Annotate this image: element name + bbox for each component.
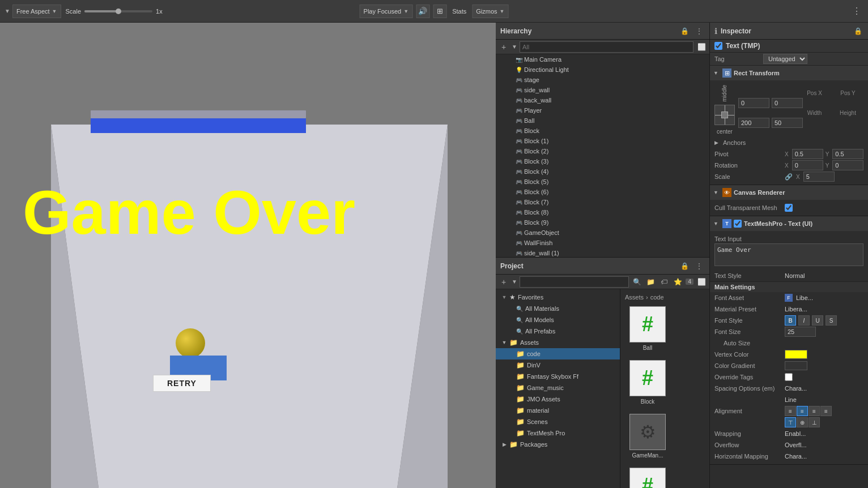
hier-item-dir-light[interactable]: 💡 Directional Light [496,65,709,75]
hierarchy-menu-btn[interactable]: ⋮ [693,25,705,37]
tmp-underline-btn[interactable]: U [812,315,823,326]
tmp-valign-bottom-btn[interactable]: ⊥ [809,417,820,427]
tree-assets[interactable]: ▼ 📁 Assets [496,337,620,348]
project-lock-btn[interactable]: 🔒 [679,260,690,272]
tree-scenes[interactable]: 📁 Scenes [496,416,620,427]
tmp-override-tags-checkbox[interactable] [785,373,793,381]
hier-item-sidewall1[interactable]: 🎮 side_wall (1) [496,248,709,257]
tmp-align-center-btn[interactable]: ≡ [797,406,808,416]
tmp-gradient-swatch[interactable] [785,361,807,370]
hier-item-ball[interactable]: 🎮 Ball [496,115,709,126]
hier-item-gameobject[interactable]: 🎮 GameObject [496,228,709,238]
tree-code[interactable]: 📁 code [496,348,620,359]
tree-all-models[interactable]: 🔍 All Models [496,314,620,326]
rt-rot-y-field[interactable] [832,160,863,170]
obj-enabled-checkbox[interactable] [714,42,722,50]
project-label-icon-btn[interactable]: 🏷 [658,276,670,288]
scale-slider[interactable] [84,10,152,12]
play-focused-dropdown[interactable]: Play Focused ▼ [360,5,413,18]
hierarchy-add-btn[interactable]: + [498,41,509,53]
hier-item-block9[interactable]: 🎮 Block (9) [496,217,709,228]
tree-dinv[interactable]: 📁 DinV [496,359,620,371]
tmp-text-field[interactable]: Game Over [714,243,863,266]
hier-item-block2[interactable]: 🎮 Block (2) [496,146,709,156]
hier-item-back-wall[interactable]: 🎮 back_wall [496,95,709,105]
rt-height-field[interactable] [772,118,803,128]
tmp-align-justify-btn[interactable]: ≡ [820,406,832,416]
hier-item-side-wall[interactable]: 🎮 side_wall [496,85,709,95]
hier-item-block4[interactable]: 🎮 Block (4) [496,166,709,177]
project-folder-icon-btn[interactable]: 📁 [645,276,656,288]
tree-dinv-label: DinV [527,362,541,369]
tree-packages[interactable]: ▶ 📁 Packages [496,439,620,450]
tmp-header[interactable]: ▼ T TextMeshPro - Text (UI) [710,216,868,231]
rect-transform-header[interactable]: ▼ ⊞ Rect Transform [710,66,868,80]
hier-item-block8[interactable]: 🎮 Block (8) [496,207,709,217]
stats-btn[interactable]: Stats [450,7,469,16]
hier-item-stage[interactable]: 🎮 stage [496,75,709,85]
retry-button[interactable]: RETRY [153,375,211,392]
gizmos-dropdown[interactable]: Gizmos ▼ [472,5,508,18]
tree-game-music[interactable]: 📁 Game_music [496,382,620,393]
rt-pivot-x-field[interactable] [792,149,823,159]
grid-btn[interactable]: ⊞ [433,5,446,18]
tree-favorites[interactable]: ▼ ★ Favorites [496,292,620,303]
hier-item-main-camera[interactable]: 📷 Main Camera [496,54,709,65]
inspector-lock-btn[interactable]: 🔒 [852,25,863,37]
hier-item-block[interactable]: 🎮 Block [496,126,709,136]
rt-scale-x-field[interactable] [803,172,835,182]
asset-block[interactable]: # Block [625,358,670,407]
project-add-btn[interactable]: + [498,276,509,288]
hier-item-block6[interactable]: 🎮 Block (6) [496,187,709,197]
project-search-icon-btn[interactable]: 🔍 [631,276,643,288]
project-search[interactable] [520,276,629,288]
hierarchy-lock-btn[interactable]: 🔒 [679,25,690,37]
tree-jmo[interactable]: 📁 JMO Assets [496,393,620,405]
canvas-renderer-header[interactable]: ▼ 👁 Canvas Renderer [710,185,868,200]
tmp-vertex-color-swatch[interactable] [785,350,807,359]
tmp-align-right-btn[interactable]: ≡ [809,406,820,416]
project-menu-btn[interactable]: ⋮ [693,260,705,272]
three-dots-icon[interactable]: ⋮ [850,6,863,16]
aspect-dropdown[interactable]: Free Aspect ▼ [12,5,61,18]
tmp-font-size-field[interactable] [785,327,816,337]
hier-obj-icon: 🎮 [515,76,523,84]
rt-width-field[interactable] [738,118,769,128]
inspector-panel: ℹ Inspector 🔒 Text (TMP) Tag Untagged [709,23,868,488]
tmp-valign-middle-btn[interactable]: ⊕ [797,417,808,427]
tmp-enabled-checkbox[interactable] [734,220,742,228]
insp-tag-dropdown[interactable]: Untagged [763,54,807,64]
tree-all-prefabs[interactable]: 🔍 All Prefabs [496,326,620,337]
hierarchy-maximize-btn[interactable]: ⬜ [696,41,707,53]
tmp-italic-btn[interactable]: I [798,315,810,326]
cr-cull-checkbox[interactable] [785,204,793,212]
tmp-bold-btn[interactable]: B [785,315,796,326]
hier-item-player[interactable]: 🎮 Player [496,105,709,115]
rt-posx-field[interactable] [738,98,769,108]
tree-fantasy[interactable]: 📁 Fantasy Skybox Ff [496,371,620,382]
project-maximize-btn[interactable]: ⬜ [696,276,707,288]
tree-all-materials[interactable]: 🔍 All Materials [496,303,620,314]
hierarchy-search[interactable] [520,41,693,53]
hier-item-wallfinish[interactable]: 🎮 WallFinish [496,238,709,248]
asset-ball[interactable]: # Ball [625,304,670,353]
rt-body: middle center Pos X [710,80,868,185]
asset-player[interactable]: # Player [625,465,670,488]
hier-item-block5[interactable]: 🎮 Block (5) [496,177,709,187]
rt-pivot-y-field[interactable] [832,149,863,159]
speaker-btn[interactable]: 🔊 [416,5,429,18]
tmp-strikethrough-btn[interactable]: S [826,315,837,326]
asset-gameman[interactable]: ⚙ GameMan... [625,412,670,461]
tmp-valign-top-btn[interactable]: ⊤ [785,417,796,427]
hier-item-block3[interactable]: 🎮 Block (3) [496,156,709,166]
hier-item-block7[interactable]: 🎮 Block (7) [496,197,709,207]
hierarchy-content[interactable]: 📷 Main Camera 💡 Directional Light 🎮 stag… [496,54,709,257]
tree-material[interactable]: 📁 material [496,405,620,416]
rt-posy-field[interactable] [772,98,803,108]
tree-textmesh[interactable]: 📁 TextMesh Pro [496,427,620,439]
project-star-icon-btn[interactable]: ⭐ [672,276,683,288]
hier-expand [507,168,514,175]
tmp-align-left-btn[interactable]: ≡ [785,406,796,416]
rt-rot-x-field[interactable] [792,160,823,170]
hier-item-block1[interactable]: 🎮 Block (1) [496,136,709,146]
